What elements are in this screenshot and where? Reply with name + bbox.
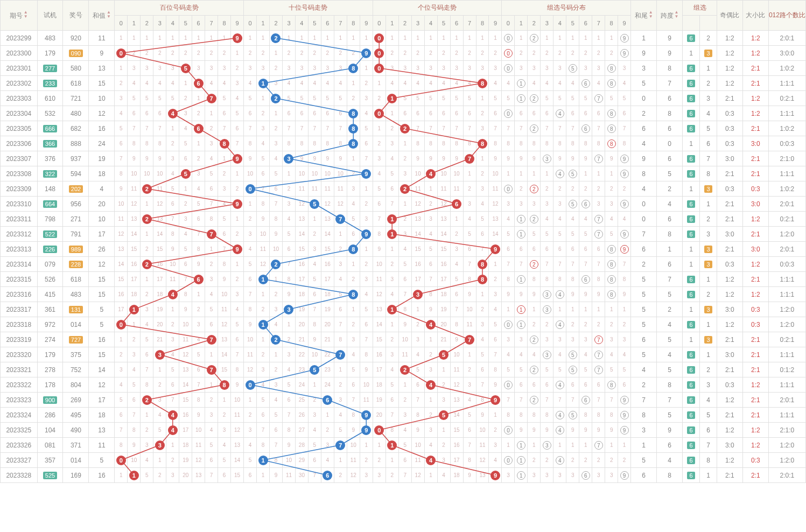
cell-bs: 1:2 [742,377,768,393]
digit-header-2-4: 4 [424,16,437,31]
group-cell: 4 [566,212,579,227]
trend-cell: 2 [141,242,153,257]
group-cell: 4 [553,377,566,393]
cell-sum: 15 [89,347,115,362]
trend-cell: 11 [231,408,244,423]
trend-cell: 20 [295,317,308,332]
trend-cell: 2 [398,46,411,61]
trend-cell: 16 [411,257,424,272]
ones-ball: 1 [387,229,397,239]
trend-cell: 3 [205,408,218,423]
trend-cell: 12 [231,423,244,438]
trend-cell: 5 [270,166,283,181]
trend-cell: 8 [205,212,218,227]
trend-cell: 8 [218,257,231,272]
group-cell: 2 [528,46,541,61]
cell-span: 9 [657,46,683,61]
trend-cell: 4 [334,272,347,287]
trend-cell: 10 [347,438,360,453]
group-digit-circle: 7 [594,441,603,450]
trend-cell: 6 [450,106,463,121]
trend-cell: 1 [373,76,386,91]
trend-cell: 1 [257,31,270,46]
group-digit-circle: 1 [517,471,525,480]
cell-test: 233 [37,76,63,91]
trend-cell: 3 [398,61,411,76]
ones-ball: 4 [426,456,436,465]
trend-cell: 2 [437,377,450,393]
trend-cell: 5 [489,317,502,332]
digit-header-0-3: 3 [153,16,166,31]
group-cell: 2 [605,46,618,61]
trend-cell: 3 [424,212,437,227]
trend-cell: 20 [179,468,192,483]
tens-ball: 8 [348,109,358,118]
trend-cell: 1 [360,181,373,197]
cell-r012: 1:1:1 [768,287,805,302]
trend-cell: 2 [244,46,257,61]
th-prize[interactable]: 奖号 [63,1,89,31]
trend-cell: 1 [424,468,437,483]
cell-r012: 1:0:2 [768,181,805,197]
th-r012[interactable]: 012路个数比 [768,1,805,31]
trend-cell: 2 [398,181,411,197]
trend-cell: 5 [166,91,179,106]
th-tail[interactable]: 和尾▲▼ [631,1,657,31]
group-digit-circle: 3 [543,441,551,450]
cell-prize: 721 [63,91,89,106]
ones-ball: 1 [387,94,397,103]
trend-cell: 6 [257,166,270,181]
group-cell: 5 [553,91,566,106]
tens-ball: 9 [361,229,371,239]
trend-cell: 6 [373,197,386,212]
trend-cell: 3 [308,408,321,423]
group-cell: 7 [592,257,605,272]
th-oe[interactable]: 奇偶比 [717,1,742,31]
th-span[interactable]: 跨度▲▼ [657,1,683,31]
group-cell: 1 [515,438,528,453]
cell-test: 972 [37,317,63,332]
trend-cell: 2 [115,347,128,362]
group-cell: 8 [566,136,579,151]
cell-test: 226 [37,242,63,257]
th-period[interactable]: 期号▲▼ [1,1,38,31]
trend-cell: 3 [386,272,398,287]
trend-cell: 19 [295,302,308,317]
group-cell: 3 [528,468,541,483]
trend-cell: 9 [360,408,373,423]
group-cell: 2 [618,181,631,197]
trend-cell: 1 [386,227,398,242]
group-cell: 8 [605,121,618,136]
th-test[interactable]: 试机 [37,1,63,31]
group-digit-circle: 4 [556,426,564,435]
trend-cell: 10 [360,377,373,393]
trend-cell: 8 [398,302,411,317]
group-cell: 7 [502,257,515,272]
th-sum[interactable]: 和值▲▼ [89,1,115,31]
trend-cell: 10 [218,287,231,302]
group-cell: 4 [502,212,515,227]
group-digit-circle: 0 [504,109,513,118]
trend-cell: 5 [192,197,205,212]
trend-cell: 5 [463,91,476,106]
cell-zuxuan-count: 1 [700,61,717,76]
trend-cell: 3 [489,287,502,302]
cell-period: 2023311 [1,212,38,227]
trend-cell: 11 [257,242,270,257]
trend-cell: 7 [141,121,153,136]
group-cell: 5 [502,91,515,106]
trend-cell: 1 [270,347,283,362]
trend-cell: 5 [360,302,373,317]
trend-cell: 6 [411,106,424,121]
trend-cell: 4 [244,76,257,91]
trend-cell: 6 [282,106,295,121]
trend-cell: 1 [437,423,450,438]
trend-cell: 17 [295,272,308,287]
cell-r012: 2:0:1 [768,468,805,483]
group-digit-circle: 8 [607,381,616,389]
group-digit-circle: 8 [607,290,616,299]
th-bs[interactable]: 大小比 [742,1,768,31]
trend-cell: 8 [463,272,476,287]
cell-bs: 3:0 [742,136,768,151]
cell-prize: 490 [63,423,89,438]
